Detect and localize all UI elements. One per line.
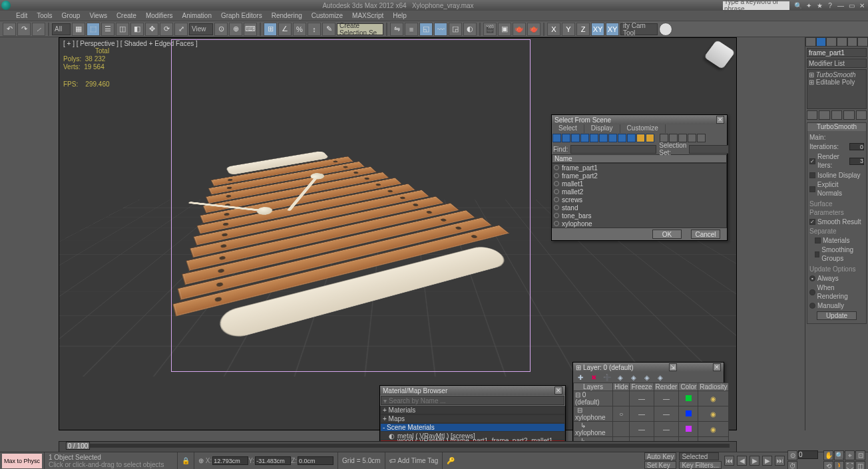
cam-tool[interactable]: ity Cam Tool [620, 23, 658, 35]
lock-icon[interactable]: ☯ [659, 23, 672, 36]
render-production-icon[interactable]: 🫖 [513, 23, 526, 36]
undo-icon[interactable]: ↶ [3, 23, 16, 36]
add-to-layer-icon[interactable]: ➕ [602, 373, 612, 382]
tab-utilities-icon[interactable] [857, 37, 868, 47]
set-key-button[interactable]: Set Key [644, 461, 677, 469]
select-name-icon[interactable]: ☰ [101, 23, 114, 36]
tab-customize[interactable]: Customize [620, 124, 666, 133]
maximize-icon[interactable]: ▭ [847, 1, 856, 10]
hide-unhide-icon[interactable]: ◈ [642, 373, 652, 382]
modifier-list-dropdown[interactable]: Modifier List [807, 59, 867, 68]
delete-layer-icon[interactable]: ✖ [589, 373, 598, 382]
manually-radio[interactable] [809, 303, 815, 309]
menu-modifiers[interactable]: Modifiers [146, 12, 173, 19]
tab-select[interactable]: Select [552, 124, 584, 133]
menu-create[interactable]: Create [116, 12, 136, 19]
goto-start-icon[interactable]: ⏮ [724, 456, 734, 466]
menu-animation[interactable]: Animation [182, 12, 211, 19]
explicit-check[interactable] [809, 186, 815, 192]
select-region-icon[interactable]: ◫ [116, 23, 129, 36]
smooth-result-check[interactable]: ✓ [809, 219, 815, 225]
highlight-icon[interactable]: ◈ [629, 373, 638, 382]
coord-z-input[interactable] [298, 456, 333, 465]
render-iters-check[interactable]: ✓ [809, 158, 815, 164]
tab-hierarchy-icon[interactable] [826, 37, 837, 47]
named-sel-set[interactable]: Create Selection Se [337, 23, 383, 35]
zoom-icon[interactable]: 🔍 [834, 450, 844, 460]
render-iters-input[interactable] [849, 158, 864, 165]
axis-x[interactable]: X [547, 23, 560, 36]
pivot-icon[interactable]: ⊙ [214, 23, 228, 36]
link-icon[interactable]: ⟋ [32, 23, 45, 36]
search-icon[interactable]: 🔍 [793, 1, 803, 10]
goto-end-icon[interactable]: ⏭ [775, 456, 785, 466]
zoom-ext-icon[interactable]: ⊡ [855, 450, 865, 460]
pan-icon[interactable]: ✋ [823, 450, 833, 460]
material-search-input[interactable]: Search by Name ... [389, 397, 446, 404]
render-iterative-icon[interactable]: 🫖 [527, 23, 541, 36]
select-object-icon[interactable]: ⬚ [87, 23, 100, 36]
maps-header[interactable]: + Maps [380, 414, 565, 423]
layer-row[interactable]: ⊟ xylophone○——◉ [574, 406, 729, 422]
angle-snap-icon[interactable]: ∠ [278, 23, 292, 36]
schematic-icon[interactable]: ◲ [449, 23, 462, 36]
menu-customize[interactable]: Customize [312, 12, 343, 19]
dialog-select-from-scene[interactable]: Select From Scene✕ Select Display Custom… [551, 114, 728, 241]
help-icon[interactable]: ? [825, 1, 835, 10]
rollout-title[interactable]: TurboSmooth [807, 123, 866, 131]
axis-xy2[interactable]: XY [606, 23, 619, 36]
ref-coord-dropdown[interactable]: View [189, 23, 213, 35]
filter-icon[interactable] [552, 134, 561, 142]
close-icon[interactable]: ✕ [554, 387, 562, 394]
materials-check[interactable] [815, 237, 821, 243]
keyboard-icon[interactable]: ⌨ [244, 23, 257, 36]
selection-set-dropdown[interactable] [689, 145, 729, 154]
fov-icon[interactable]: ⌖ [845, 450, 855, 460]
material-editor-icon[interactable]: ◐ [463, 23, 477, 36]
show-result-icon[interactable] [819, 110, 829, 120]
col-hide[interactable]: Hide [612, 383, 630, 391]
new-layer-icon[interactable]: ✚ [576, 373, 585, 382]
walk-icon[interactable]: 🚶 [834, 461, 844, 469]
redo-icon[interactable]: ↷ [17, 23, 31, 36]
help-search-input[interactable]: Type a keyword or phrase [723, 1, 789, 10]
menu-edit[interactable]: Edit [16, 12, 27, 19]
time-tag-icon[interactable]: 🏷 [389, 457, 396, 464]
key-target-dropdown[interactable]: Selected [679, 452, 719, 460]
col-render[interactable]: Render [654, 383, 679, 391]
object-name-field[interactable]: frame_part1 [807, 48, 867, 57]
time-config-icon[interactable]: ⏱ [787, 461, 797, 469]
select-icon[interactable]: ▦ [72, 23, 85, 36]
modifier-stack[interactable]: ⊞ TurboSmooth ⊞ Editable Poly [807, 69, 867, 109]
auto-key-button[interactable]: Auto Key [644, 452, 677, 460]
menu-group[interactable]: Group [62, 12, 81, 19]
move-icon[interactable]: ✥ [145, 23, 158, 36]
menu-tools[interactable]: Tools [37, 12, 52, 19]
when-rendering-radio[interactable] [809, 289, 815, 295]
play-icon[interactable]: ▶ [750, 456, 760, 466]
freeze-unfreeze-icon[interactable]: ◈ [656, 373, 665, 382]
prev-frame-icon[interactable]: ◀ [737, 456, 747, 466]
tab-display[interactable]: Display [584, 124, 620, 133]
menu-rendering[interactable]: Rendering [272, 12, 302, 19]
close-icon[interactable]: ✕ [716, 116, 724, 124]
configure-icon[interactable] [856, 110, 867, 120]
unique-icon[interactable] [831, 110, 842, 120]
col-color[interactable]: Color [679, 383, 698, 391]
pin-stack-icon[interactable] [807, 110, 817, 120]
snap-toggle-icon[interactable]: ⊞ [264, 23, 277, 36]
cancel-button[interactable]: Cancel [691, 230, 720, 239]
max-viewport-icon[interactable]: ⛶ [845, 461, 855, 469]
rotate-icon[interactable]: ⟳ [160, 23, 173, 36]
key-mode-icon[interactable]: 🔑 [442, 452, 459, 469]
scene-object-list[interactable]: frame_part1 frame_part2 mallet1 mallet2 … [552, 163, 727, 228]
col-radiosity[interactable]: Radiosity [698, 383, 729, 391]
align-icon[interactable]: ≡ [405, 23, 418, 36]
rendered-frame-icon[interactable]: ▣ [498, 23, 511, 36]
ok-button[interactable]: OK [652, 230, 682, 239]
orbit-icon[interactable]: ⟲ [823, 461, 833, 469]
minimize-icon[interactable]: — [836, 1, 845, 10]
next-frame-icon[interactable]: ▶ [762, 456, 772, 466]
coord-mode-icon[interactable]: ⊕ [198, 457, 204, 464]
tab-display-icon[interactable] [847, 37, 858, 47]
